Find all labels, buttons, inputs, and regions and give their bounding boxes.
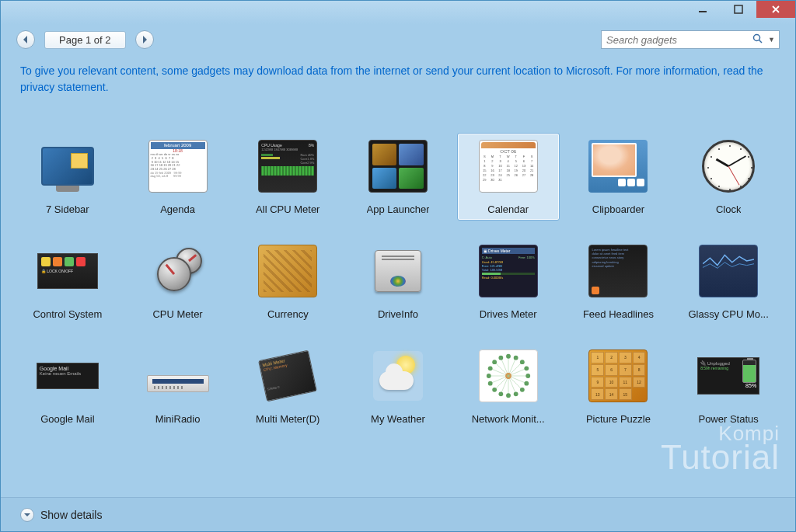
svg-point-6	[525, 374, 530, 378]
gadget-gallery: 7 Sidebarfebruari 200918:18ma di wo do v…	[1, 102, 795, 497]
svg-point-2	[754, 34, 760, 40]
svg-point-32	[513, 356, 518, 360]
gadget-item-drives-meter[interactable]: ▣ Drives MeterC: AutoFree: 100%Used: 45.…	[457, 238, 560, 325]
gadget-item-control-system[interactable]: 🔒 LOCK ON/OFFControl System	[16, 238, 119, 325]
search-input[interactable]	[606, 34, 749, 46]
gadget-item-sidebar-monitor[interactable]: 7 Sidebar	[16, 133, 119, 221]
gadget-label: Control System	[33, 308, 102, 320]
gadget-item-picture-puzzle[interactable]: 123456789101112131415Picture Puzzle	[567, 342, 670, 430]
next-page-button[interactable]	[135, 30, 154, 49]
analog-clock-icon	[697, 138, 759, 194]
maximize-button[interactable]	[721, 1, 756, 18]
gadget-label: CPU Meter	[152, 308, 202, 320]
gadget-item-multi-meter[interactable]: Multi MeterCPU: MemorySFkilla ©Multi Met…	[236, 342, 339, 430]
gadget-label: Currency	[267, 308, 309, 320]
gadget-label: All CPU Meter	[256, 203, 319, 215]
svg-point-14	[506, 393, 511, 398]
gadget-label: Network Monit...	[472, 413, 545, 425]
feed-headlines-icon: Lorem ipsum headline textdolor sit amet …	[587, 243, 649, 299]
chevron-down-icon	[20, 508, 34, 522]
show-details-label: Show details	[40, 509, 102, 521]
mini-radio-icon	[147, 348, 209, 404]
gadget-label: Glassy CPU Mo...	[688, 308, 768, 320]
weather-icon	[367, 348, 429, 404]
power-status-icon: 🔌 Unplugged8:59h remaining85%	[697, 348, 759, 404]
gadget-label: App Launcher	[367, 203, 430, 215]
clipboarder-icon	[587, 138, 649, 194]
gadget-item-app-launcher[interactable]: App Launcher	[347, 133, 449, 221]
gadget-item-network-monitor[interactable]: Network Monit...	[457, 342, 560, 430]
gadget-item-glassy-cpu[interactable]: Glassy CPU Mo...	[677, 238, 780, 325]
minimize-button[interactable]	[685, 1, 721, 18]
search-icon[interactable]	[752, 33, 763, 47]
svg-line-3	[759, 40, 763, 43]
svg-point-22	[487, 374, 491, 378]
gadget-item-currency[interactable]: Currency	[236, 238, 339, 325]
gadget-label: Drives Meter	[480, 308, 537, 320]
svg-point-36	[524, 366, 529, 370]
gadget-item-weather[interactable]: My Weather	[347, 342, 449, 430]
show-details-button[interactable]: Show details	[20, 508, 102, 522]
gadget-label: Power Status	[698, 413, 758, 425]
picture-puzzle-icon: 123456789101112131415	[587, 348, 649, 404]
toolbar: Page 1 of 2 ▼	[1, 24, 795, 55]
google-mail-icon: Google MailKeine neuen Emails	[37, 348, 99, 404]
gadget-label: Clipboarder	[592, 203, 644, 215]
privacy-info-text[interactable]: To give you relevant content, some gadge…	[1, 55, 795, 102]
gadget-label: Picture Puzzle	[586, 413, 651, 425]
gadget-item-mini-radio[interactable]: MiniRadio	[127, 342, 229, 430]
gadget-label: Calendar	[487, 203, 529, 215]
multi-meter-icon: Multi MeterCPU: MemorySFkilla ©	[257, 348, 319, 404]
svg-point-10	[520, 388, 525, 392]
search-box[interactable]: ▼	[601, 30, 780, 49]
svg-point-20	[487, 381, 492, 386]
gadget-label: Multi Meter(D)	[256, 413, 319, 425]
svg-point-18	[492, 388, 497, 392]
agenda-calendar-icon: februari 200918:18ma di wo do vr za zo 2…	[147, 138, 209, 194]
network-monitor-icon	[477, 348, 539, 404]
search-dropdown-icon[interactable]: ▼	[768, 36, 774, 43]
page-indicator: Page 1 of 2	[44, 31, 126, 49]
svg-line-17	[494, 376, 508, 390]
drives-meter-icon: ▣ Drives MeterC: AutoFree: 100%Used: 45.…	[477, 243, 539, 299]
gadget-item-power-status[interactable]: 🔌 Unplugged8:59h remaining85%Power Statu…	[677, 342, 780, 430]
svg-point-26	[492, 360, 497, 364]
gadget-label: Agenda	[160, 203, 195, 215]
cpu-gauge-icon	[147, 243, 209, 299]
sidebar-monitor-icon	[37, 138, 99, 194]
calendar-icon: OCT 06SMTWTFS123456789101112131415161718…	[477, 138, 539, 194]
svg-point-8	[524, 381, 529, 386]
gadget-item-cpu-gauge[interactable]: CPU Meter	[127, 238, 229, 325]
drive-info-icon	[367, 243, 429, 299]
gadget-item-cpu-meter-all[interactable]: CPU Usage8%1242MB 1847MB 3089MBRam 40%Co…	[236, 133, 339, 221]
svg-line-33	[508, 362, 522, 376]
gadget-label: DriveInfo	[378, 308, 418, 320]
gadget-item-calendar[interactable]: OCT 06SMTWTFS123456789101112131415161718…	[457, 133, 560, 221]
cpu-meter-all-icon: CPU Usage8%1242MB 1847MB 3089MBRam 40%Co…	[257, 138, 319, 194]
svg-point-24	[487, 366, 492, 370]
gadget-item-drive-info[interactable]: DriveInfo	[347, 238, 449, 325]
svg-point-34	[520, 360, 525, 364]
svg-line-9	[508, 376, 522, 390]
gadget-label: Clock	[716, 203, 742, 215]
gadget-label: Feed Headlines	[583, 308, 654, 320]
close-button[interactable]	[756, 1, 795, 18]
svg-rect-1	[735, 5, 742, 13]
prev-page-button[interactable]	[16, 30, 35, 49]
control-system-icon: 🔒 LOCK ON/OFF	[37, 243, 99, 299]
gadget-item-agenda-calendar[interactable]: februari 200918:18ma di wo do vr za zo 2…	[127, 133, 229, 221]
svg-rect-0	[699, 11, 707, 12]
svg-point-30	[506, 354, 511, 359]
gadget-item-analog-clock[interactable]: Clock	[677, 133, 780, 221]
gadget-item-feed-headlines[interactable]: Lorem ipsum headline textdolor sit amet …	[567, 238, 670, 325]
gadget-label: 7 Sidebar	[46, 203, 89, 215]
app-launcher-icon	[367, 138, 429, 194]
gadget-item-clipboarder[interactable]: Clipboarder	[567, 133, 670, 221]
gadget-label: MiniRadio	[155, 413, 201, 425]
svg-line-25	[494, 362, 508, 376]
gadget-item-google-mail[interactable]: Google MailKeine neuen EmailsGoogle Mail	[16, 342, 119, 430]
footer: Show details	[1, 497, 795, 531]
titlebar	[1, 1, 795, 24]
svg-point-28	[498, 356, 503, 360]
glassy-cpu-icon	[697, 243, 759, 299]
